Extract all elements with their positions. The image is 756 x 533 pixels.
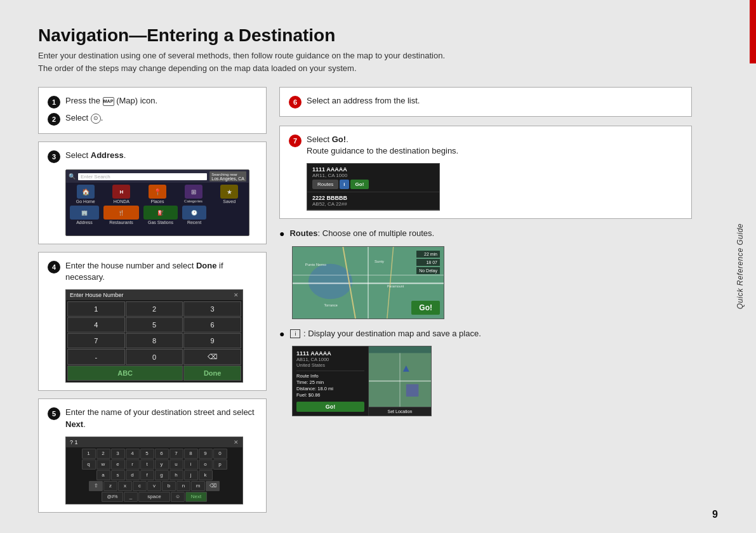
- set-location-btn[interactable]: Set Location: [369, 407, 431, 416]
- step-2-header: 2 Select ⊙.: [48, 112, 257, 126]
- numpad-3[interactable]: 3: [183, 301, 241, 317]
- info-button[interactable]: i: [340, 180, 348, 189]
- nav-grid-saved: ★ Saved: [211, 185, 247, 204]
- kb-0[interactable]: 0: [213, 449, 227, 459]
- bullet-info-text: i : Display your destination map and sav…: [289, 328, 481, 339]
- kb-d[interactable]: d: [126, 470, 140, 480]
- svg-text:Paramount: Paramount: [387, 284, 404, 288]
- recent-icon: 🕐: [182, 206, 206, 220]
- kb-o[interactable]: o: [199, 459, 213, 470]
- kb-x[interactable]: x: [118, 481, 132, 491]
- kb-9[interactable]: 9: [199, 449, 213, 459]
- route-detail-left: 1111 AAAAA AB11, CA 1000 United States R…: [293, 346, 369, 416]
- kb-5[interactable]: 5: [140, 449, 154, 459]
- nav-grid-honda: H HONDA: [104, 185, 140, 204]
- step-6-header: 6 Select an address from the list.: [289, 95, 682, 109]
- numpad-1[interactable]: 1: [67, 301, 125, 317]
- kb-a[interactable]: a: [96, 470, 110, 480]
- street-name-screen: ? 1 ✕ 1 2 3 4 5 6 7: [65, 437, 243, 504]
- kb-underscore[interactable]: _: [124, 492, 138, 502]
- kb-i[interactable]: i: [184, 459, 198, 470]
- kb-q[interactable]: q: [82, 459, 96, 470]
- step-3-screen: 🔍 Enter Search Searching near Los Angele…: [65, 169, 257, 236]
- numpad-done[interactable]: Done: [183, 365, 241, 381]
- kb-3[interactable]: 3: [111, 449, 125, 459]
- step-4-box: 4 Enter the house number and select Done…: [38, 252, 267, 391]
- step-4-screen: Enter House Number ✕ 1 2 3 4 5 6 7 8: [65, 289, 257, 383]
- kb-next[interactable]: Next: [185, 492, 207, 502]
- kb-c[interactable]: c: [133, 481, 147, 491]
- numpad-9[interactable]: 9: [183, 333, 241, 348]
- kb-k[interactable]: k: [199, 470, 213, 480]
- numpad-8[interactable]: 8: [126, 333, 183, 348]
- kb-w[interactable]: w: [96, 459, 110, 470]
- restaurants-icon: 🍴: [103, 206, 139, 220]
- numpad-0[interactable]: 0: [126, 349, 183, 365]
- kb-t[interactable]: t: [140, 459, 154, 470]
- step-num-3: 3: [48, 150, 60, 163]
- step-num-2: 2: [48, 113, 60, 126]
- kb-f[interactable]: f: [140, 470, 154, 480]
- kb-h[interactable]: h: [169, 470, 183, 480]
- kb-u[interactable]: u: [169, 459, 183, 470]
- map-routes-container: Punto Nemo Sunty Paramount Torrance 22 m…: [292, 246, 692, 319]
- kb-emoji[interactable]: ☺: [171, 492, 185, 502]
- step-3-header: 3 Select Address.: [48, 150, 257, 163]
- map-go-button[interactable]: Go!: [411, 301, 440, 315]
- step-num-5: 5: [48, 407, 60, 420]
- numpad-5[interactable]: 5: [126, 317, 183, 332]
- kb-symbols[interactable]: @#%: [102, 492, 123, 502]
- numpad-6[interactable]: 6: [183, 317, 241, 332]
- kb-r[interactable]: r: [126, 459, 140, 470]
- bullet-info: ● i : Display your destination map and s…: [279, 328, 692, 339]
- right-column: 6 Select an address from the list. 7 Sel…: [279, 87, 692, 520]
- nav-grid-gas: ⛽ Gas Stations: [142, 206, 180, 225]
- step-6-text: Select an address from the list.: [307, 95, 420, 107]
- nav-top-bar: 🔍 Enter Search Searching near Los Angele…: [66, 170, 249, 183]
- svg-rect-15: [406, 384, 419, 397]
- step-1-header: 1 Press the MAP (Map) icon.: [48, 95, 257, 109]
- kb-8[interactable]: 8: [184, 449, 198, 459]
- step-5-header: 5 Enter the name of your destination str…: [48, 407, 257, 430]
- nav-grid-places: 📍 Places: [140, 185, 175, 204]
- kb-v[interactable]: v: [147, 481, 161, 491]
- kb-y[interactable]: y: [155, 459, 169, 470]
- bullet-routes-text: Routes: Choose one of multiple routes.: [289, 228, 434, 239]
- kb-row-zxcv: ⇧ z x c v b n m ⌫: [67, 481, 241, 491]
- kb-4[interactable]: 4: [126, 449, 140, 459]
- route-detail-screen: 1111 AAAAA AB11, CA 1000 United States R…: [292, 346, 432, 416]
- kb-space[interactable]: space: [138, 492, 170, 502]
- step-7-header: 7 Select Go!. Route guidance to the dest…: [289, 134, 682, 157]
- keyboard: 1 2 3 4 5 6 7 8 9 0: [66, 447, 242, 504]
- kb-row-bottom: @#% _ space ☺ Next: [67, 492, 241, 502]
- step-1-2-box: 1 Press the MAP (Map) icon. 2 Select ⊙.: [38, 87, 267, 134]
- kb-m[interactable]: m: [191, 481, 205, 491]
- numpad-dash[interactable]: -: [67, 349, 125, 365]
- kb-back[interactable]: ⌫: [206, 481, 220, 491]
- kb-j[interactable]: j: [184, 470, 198, 480]
- route-detail-go-btn[interactable]: Go!: [296, 402, 364, 412]
- kb-1[interactable]: 1: [82, 449, 96, 459]
- kb-b[interactable]: b: [162, 481, 176, 491]
- kb-7[interactable]: 7: [169, 449, 183, 459]
- numpad-backspace[interactable]: ⌫: [183, 349, 241, 365]
- kb-6[interactable]: 6: [155, 449, 169, 459]
- numpad-abc[interactable]: ABC: [67, 365, 183, 381]
- kb-e[interactable]: e: [111, 459, 125, 470]
- go-button[interactable]: Go!: [350, 180, 369, 189]
- numpad-4[interactable]: 4: [67, 317, 125, 332]
- step-num-7: 7: [289, 135, 302, 147]
- kb-p[interactable]: p: [213, 459, 227, 470]
- route-detail-map: Set Location: [369, 346, 431, 416]
- kb-z[interactable]: z: [103, 481, 117, 491]
- step-4-header: 4 Enter the house number and select Done…: [48, 260, 257, 283]
- house-number-screen: Enter House Number ✕ 1 2 3 4 5 6 7 8: [65, 289, 243, 383]
- numpad-2[interactable]: 2: [126, 301, 183, 317]
- kb-s[interactable]: s: [111, 470, 125, 480]
- routes-button[interactable]: Routes: [312, 180, 338, 189]
- kb-2[interactable]: 2: [96, 449, 110, 459]
- kb-shift[interactable]: ⇧: [89, 481, 103, 491]
- numpad-7[interactable]: 7: [67, 333, 125, 348]
- kb-n[interactable]: n: [176, 481, 190, 491]
- kb-g[interactable]: g: [155, 470, 169, 480]
